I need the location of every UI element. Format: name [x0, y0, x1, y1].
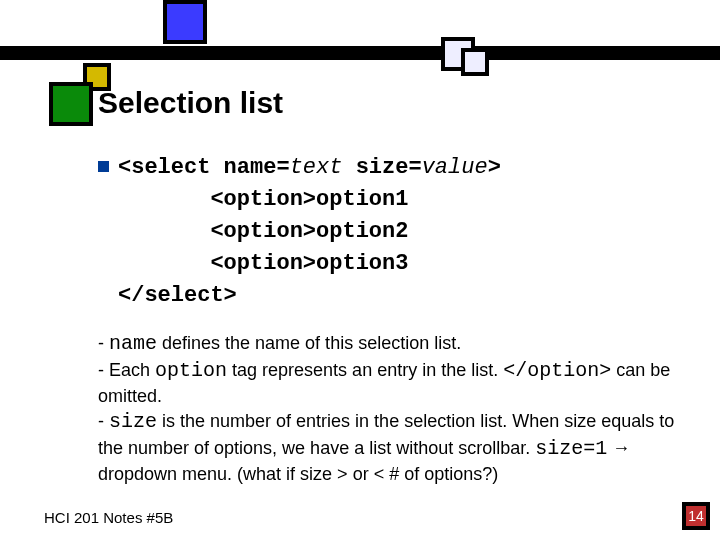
deco-square-blue	[163, 0, 207, 44]
code-line1-text: text	[290, 155, 343, 180]
d2-head: - Each	[98, 360, 155, 380]
kw-name: name	[109, 332, 157, 355]
description-block: - name defines the name of this selectio…	[98, 330, 688, 487]
deco-square-green	[49, 82, 93, 126]
code-line4: <option>option3	[118, 251, 408, 276]
footer-note: HCI 201 Notes #5B	[44, 509, 173, 526]
code-line1-pre: <select name=	[118, 155, 290, 180]
slide-number: 14	[682, 502, 710, 530]
code-line1-end: >	[488, 155, 501, 180]
kw-size1: size=1	[535, 437, 607, 460]
slide-title: Selection list	[98, 86, 283, 120]
title-rule	[0, 46, 720, 60]
code-line1-mid: size=	[342, 155, 421, 180]
dash: -	[98, 333, 109, 353]
d3-head: -	[98, 411, 109, 431]
d1-tail: defines the name of this selection list.	[157, 333, 461, 353]
kw-close-option: </option>	[503, 359, 611, 382]
deco-square-gray-b	[461, 48, 489, 76]
code-example: <select name=text size=value> <option>op…	[118, 152, 501, 311]
kw-size: size	[109, 410, 157, 433]
code-line1-value: value	[422, 155, 488, 180]
d2-mid: tag represents an entry in the list.	[227, 360, 503, 380]
kw-option: option	[155, 359, 227, 382]
bullet-icon	[98, 161, 109, 172]
code-line5: </select>	[118, 283, 237, 308]
code-line2: <option>option1	[118, 187, 408, 212]
code-line3: <option>option2	[118, 219, 408, 244]
